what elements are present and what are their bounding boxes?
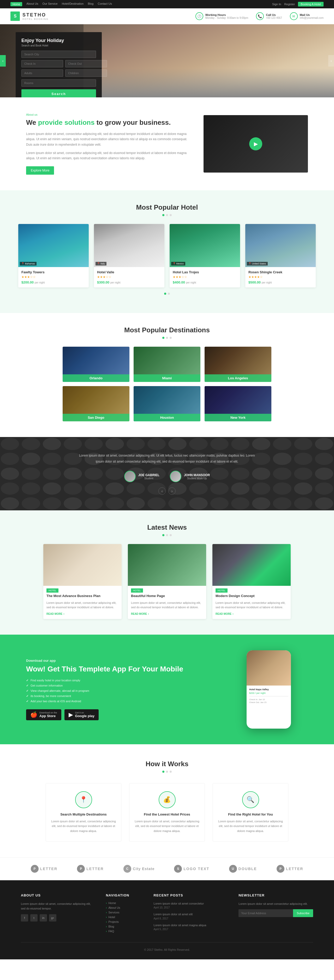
news-card[interactable]: HOTEL Modern Design Concept Lorem ipsum … [212,544,291,619]
newsletter-email-input[interactable] [239,909,293,917]
partner-6: P LETTER [277,865,303,873]
facebook-icon[interactable]: f [21,914,28,921]
destinations-grid: Orlando Miami Los Angeles San Diego Hous… [52,347,282,422]
footer-navigation: NAVIGATION ›Home ›About Us ›Services ›Ho… [106,893,143,934]
footer: ABOUT US Lorem ipsum dolor sit amet, con… [0,880,334,959]
popular-hotels-section: Most Popular Hotel 📍 Bahamas Fawlty Towe… [0,190,334,313]
header-info: 🕐 Working Hours Monday - Sunday: 8:00am … [196,12,324,20]
prev-testimonial-btn[interactable]: ‹ [158,487,166,495]
nav-home[interactable]: Home [10,2,22,6]
post-3: Lorem ipsum dolor sit amet magna aliqua … [154,923,228,931]
news-section: Latest News HOTEL The Most Advance Busin… [0,511,334,634]
next-testimonial-btn[interactable]: › [168,487,176,495]
rooms-input[interactable] [21,80,96,87]
hotel-card[interactable]: 📍 Mexico Hotel Las Trojes ★★★☆☆ $400.00 … [170,224,240,288]
nav-blog[interactable]: Blog [87,2,94,6]
dest-miami[interactable]: Miami [134,347,200,382]
footer-recent-posts: RECENT POSTS Lorem ipsum dolor sit amet … [154,893,228,934]
play-icon[interactable]: ▶ [249,137,262,150]
nav-hotel[interactable]: Hotel/Destination [62,2,84,6]
app-section: Download our app Wow! Get This Templete … [0,635,334,744]
signin-link[interactable]: Sign In [272,3,281,6]
app-text: Download our app Wow! Get This Templete … [26,659,214,720]
top-nav-links: Home About Us Our Service Hotel/Destinat… [10,2,112,6]
footer-nav-hotel[interactable]: ›Hotel [106,916,143,919]
adults-input[interactable] [21,70,63,77]
google-play-btn[interactable]: ▶ Get it on Google play [64,709,99,720]
phone-mockup: Hotel Napa Valley $200 / per night Check… [247,650,291,729]
explore-btn[interactable]: Explore More [26,166,54,175]
dest-houston[interactable]: Houston [134,386,200,422]
booking-btn[interactable]: Booking A Hotel [298,2,324,6]
call-us: 📞 Call Us +00 123 4567 [256,12,282,20]
hotel-card[interactable]: 📍 Italy Hotel Valle ★★★☆☆ $300.00 per ni… [94,224,164,288]
footer-nav-blog[interactable]: ›Blog [106,925,143,928]
read-more-2[interactable]: READ MORE › [128,612,206,619]
nav-about[interactable]: About Us [26,2,38,6]
newsletter-subscribe-btn[interactable]: Subscribe [293,909,313,917]
googleplus-icon[interactable]: g+ [49,914,56,921]
nav-contact[interactable]: Contact Us [98,2,112,6]
how-card-1: 📍 Search Multiple Destinations Lorem ips… [46,783,121,842]
footer-bottom: © 2017 Stetho. All Rights Reserved. [21,942,313,951]
register-link[interactable]: Register [284,3,295,6]
destinations-section: Most Popular Destinations Orlando Miami … [0,313,334,437]
footer-nav-projects[interactable]: ›Projects [106,920,143,923]
footer-nav-faq[interactable]: ›FAQ [106,930,143,933]
top-nav: Home About Us Our Service Hotel/Destinat… [0,0,334,8]
dest-la[interactable]: Los Angeles [205,347,271,382]
about-video[interactable]: ▶ [204,115,308,173]
app-store-btn[interactable]: 🍎 Download on the App Store [26,709,61,720]
dest-orlando[interactable]: Orlando [63,347,129,382]
newsletter-form: Subscribe [239,909,313,917]
dest-sandiego[interactable]: San Diego [63,386,129,422]
footer-newsletter: NEWSLETTER Lorem ipsum dolor sit amet co… [239,893,313,934]
partner-logo-text: S LOGO TEXT [174,865,209,873]
footer-nav-home[interactable]: ›Home [106,901,143,905]
dot [170,214,172,216]
twitter-icon[interactable]: t [30,914,38,921]
checkout-input[interactable] [65,60,107,67]
right-arrow[interactable]: › [328,55,334,67]
find-right-icon: 🔍 [242,791,259,808]
footer-nav-about[interactable]: ›About Us [106,906,143,909]
hotel-dot [168,293,170,295]
footer-about: ABOUT US Lorem ipsum dolor sit amet, con… [21,893,95,934]
mail-us: ✉ Mail Us info@youremail.com [290,12,324,20]
partner-double: U DOUBLE [229,865,257,873]
partner-city-estate: C City Estate [123,865,154,873]
dest-newyork[interactable]: New York [205,386,271,422]
read-more-1[interactable]: READ MORE › [43,612,122,619]
hotel-card[interactable]: 📍 Bahamas Fawlty Towers ★★★☆☆ $200.00 pe… [18,224,89,288]
hotel-card[interactable]: 📍 United States Rosen Shingle Creek ★★★★… [245,224,316,288]
top-nav-auth: Sign In Register Booking A Hotel [272,2,324,6]
logo: S STETHO HOTEL BOOKING [10,11,49,21]
footer-nav-services[interactable]: ›Services [106,911,143,914]
dot-active [162,214,164,216]
news-card[interactable]: HOTEL Beautiful Home Page Lorem ipsum do… [128,544,206,619]
news-card[interactable]: HOTEL The Most Advance Business Plan Lor… [43,544,122,619]
social-links: f t in g+ [21,914,95,921]
read-more-3[interactable]: READ MORE › [212,612,291,619]
checkin-input[interactable] [21,60,63,67]
left-arrow[interactable]: ‹ [0,55,6,67]
hotels-grid: 📍 Bahamas Fawlty Towers ★★★☆☆ $200.00 pe… [0,224,334,288]
city-search-input[interactable] [21,51,96,58]
dot [166,214,168,216]
app-phone: Hotel Napa Valley $200 / per night Check… [230,650,308,729]
news-grid: HOTEL The Most Advance Business Plan Lor… [0,544,334,619]
children-input[interactable] [65,70,107,77]
linkedin-icon[interactable]: in [40,914,47,921]
testimonial-author-1: JOE GABRIEL Student [124,471,159,482]
about-section: About us We provide solutions to grow yo… [0,97,334,190]
android-icon: ▶ [68,711,73,718]
testimonials-section: Lorem ipsum dolor sit amet, consectetur … [0,437,334,511]
how-card-3: 🔍 Find the Right Hotel for You Lorem ips… [213,783,288,842]
how-grid: 📍 Search Multiple Destinations Lorem ips… [26,783,308,842]
search-button[interactable]: Search [21,89,96,97]
search-box: Enjoy Your Holiday Search and Book Hotel… [16,32,102,97]
lowest-price-icon: 💰 [159,791,176,808]
nav-service[interactable]: Our Service [43,2,58,6]
app-buttons: 🍎 Download on the App Store ▶ Get it on … [26,709,214,720]
testimonial-author-2: JOHN MANSOOR Student Work Up [170,471,210,482]
